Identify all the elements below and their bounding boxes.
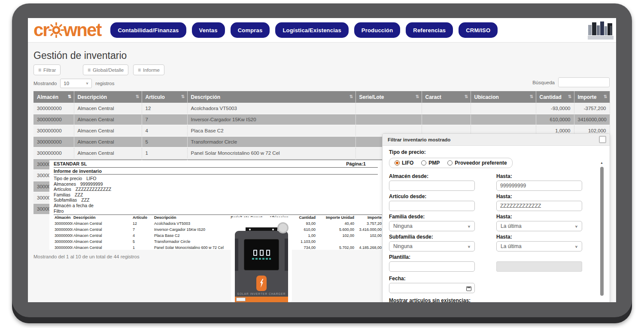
column-header-importe[interactable]: Importe⇅ [574,91,610,103]
report-cell: Almacen Central [73,221,132,227]
familia-desde-label: Familia desde: [389,214,475,220]
report-cell: 4.185.268,00 [355,245,383,251]
almacen-desde-label: Almacén desde: [389,173,475,179]
nav-pill-compras[interactable]: Compras [231,22,270,38]
radio-proveedor-preferente[interactable]: Proveedor preferente [447,160,507,166]
sort-icon: ⇅ [568,94,571,99]
calendar-icon[interactable] [466,286,471,291]
menu-icon: ≡ [138,67,141,73]
chevron-down-icon: ∨ [575,245,578,248]
report-cell: Transformador Circle [153,239,230,245]
report-cell: 300000000 [54,227,73,233]
logo-text-pre: cr [33,21,49,39]
menu-icon: ≡ [38,67,41,73]
scrollbar-thumb[interactable] [600,167,604,296]
table-cell: 300000000 [33,125,74,136]
modal-scrollbar: ▲ [600,161,604,300]
articulo-hasta-label: Hasta: [496,193,582,199]
report-row: 300000000Almacen Central4Placa Base C21,… [54,233,383,239]
column-header-descripci-n[interactable]: Descripción⇅ [74,91,142,103]
report-cell: Panel Solar Monocristalino 600 w 72 Cel [153,245,230,251]
report-cell: 1.103,00 [292,239,316,245]
nav-pill-log-stica-existencias[interactable]: Logística/Existencias [275,22,348,38]
table-cell [471,114,536,125]
report-meta-line: FamiliasZZZ [54,192,378,198]
report-company-row: ESTANDAR SL Página:1 [54,161,378,168]
app-screen: cr wnet Contabilidad/FinanzasVentasCompr… [28,18,616,302]
nav-pill-producci-n[interactable]: Producción [354,22,401,38]
almacen-desde-input[interactable] [389,181,475,191]
column-header-caract[interactable]: Caract⇅ [422,91,471,103]
price-type-radio-group: LIFO PMP Proveedor preferente [389,158,513,168]
table-cell: 5 [142,136,187,147]
subfamilia-desde-select[interactable]: Ninguna ∨ [389,241,475,251]
table-cell: 4 [142,125,187,136]
column-header-cantidad[interactable]: Cantidad⇅ [536,91,574,103]
plantilla-input[interactable] [389,261,475,272]
report-meta-line: Almacén a fecha de [54,203,378,208]
column-header-serie-lote[interactable]: Serie/Lote⇅ [355,91,422,103]
filtrar-button[interactable]: ≡ Filtrar [33,64,61,75]
column-header-art-culo[interactable]: Artículo⇅ [142,91,187,103]
table-cell: 300000000 [33,147,74,159]
report-cell: 1 [132,245,153,251]
report-cell: 734,00 [292,245,316,251]
pagination-summary: Mostrando del 1 al 10 de un total de 44 … [33,254,140,259]
table-cell: 300000000 [33,114,74,125]
familia-hasta-select[interactable]: La última ∨ [496,221,582,231]
radio-pmp[interactable]: PMP [421,160,440,166]
table-row[interactable]: 300000000Almacen Central12Acolchadora VT… [33,103,610,114]
report-cell: Almacen Central [73,245,132,251]
fecha-label: Fecha: [389,276,475,282]
nav-pill-referencias[interactable]: Referencias [406,22,453,38]
nav-pill-contabilidad-finanzas[interactable]: Contabilidad/Finanzas [110,22,186,38]
modal-checkbox[interactable] [599,136,606,143]
report-cell: 40,40 [316,221,355,227]
chevron-down-icon: ∨ [86,82,89,85]
fecha-input[interactable] [389,283,475,293]
table-cell: -3757,200 [574,103,610,114]
lightning-bolt-icon [256,276,267,291]
table-cell [422,103,471,114]
disabled-action-button[interactable] [496,261,582,272]
articulo-desde-input[interactable] [389,201,475,211]
report-cell: 5.702,00 [316,245,355,251]
table-row[interactable]: 300000000Almacen Central7Inversor-Cargad… [33,114,610,125]
inverter-orange-strip [235,297,288,302]
table-cell [422,114,471,125]
busqueda-label: Búsqueda [532,80,555,85]
report-column-header: Cantidad [292,215,316,221]
radio-lifo[interactable]: LIFO [395,160,413,166]
nav-pill-crm-iso[interactable]: CRM/ISO [459,22,498,38]
nav-pill-ventas[interactable]: Ventas [192,22,225,38]
global-detalle-button[interactable]: ≡ Global/Detalle [83,64,128,75]
sin-existencias-label: Mostrar artículos sin existencias: [389,297,590,302]
report-cell: Inversor-Cargador 15Kw IS20 [153,227,230,233]
report-cell: 300000000 [54,233,73,239]
report-meta-line: SubfamiliasZZZ [54,197,378,203]
search-input[interactable] [558,77,610,87]
report-cell: 4 [132,233,153,239]
articulo-hasta-input[interactable] [496,201,582,211]
scroll-up-arrow-icon[interactable]: ▲ [600,161,603,164]
report-cell: 12 [132,221,153,227]
page-size-select[interactable]: 10 ∨ [60,79,92,88]
report-row: 300000000Almacen Central12Acolchadora VT… [54,221,383,227]
registros-label: registros [95,81,114,86]
articulo-desde-label: Artículo desde: [389,193,475,199]
column-header-descripci-n[interactable]: Descripción⇅ [187,91,355,103]
crownet-logo: cr wnet [33,21,101,39]
chevron-down-icon: ∨ [575,224,578,228]
almacen-hasta-input[interactable] [496,181,582,191]
report-meta-line: ArtículosZZZZZZZZZZZZZ [54,187,378,192]
report-column-header: Importe Unidad [316,215,355,221]
column-header-ubicacion[interactable]: Ubicacion⇅ [471,91,536,103]
table-cell: Panel Solar Monocristalino 600 w 72 Cel [187,147,355,159]
column-header-almac-n[interactable]: Almacén⇅ [33,91,74,103]
report-cell [316,239,355,245]
subfamilia-hasta-select[interactable]: La última ∨ [496,241,582,251]
table-cell: -93,0000 [536,103,574,114]
familia-desde-select[interactable]: Ninguna ∨ [389,221,475,231]
informe-button[interactable]: ≡ Informe [133,64,164,75]
sort-icon: ⇅ [604,94,607,99]
